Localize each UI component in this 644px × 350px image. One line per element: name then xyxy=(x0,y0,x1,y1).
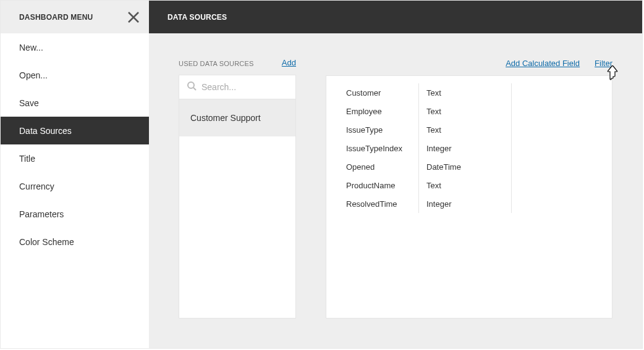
sidebar-item-parameters[interactable]: Parameters xyxy=(1,200,149,228)
fields-panel: Add Calculated Field Filter CustomerEmpl… xyxy=(326,58,612,319)
sidebar-item-title[interactable]: Title xyxy=(1,144,149,172)
add-data-source-link[interactable]: Add xyxy=(282,58,296,67)
sidebar: DASHBOARD MENU New...Open...SaveData Sou… xyxy=(1,1,149,348)
field-type: Text xyxy=(426,83,511,102)
data-sources-title: USED DATA SOURCES xyxy=(179,60,254,67)
add-calculated-field-link[interactable]: Add Calculated Field xyxy=(506,59,580,68)
svg-point-2 xyxy=(188,82,194,88)
sidebar-item-currency[interactable]: Currency xyxy=(1,172,149,200)
page-title: DATA SOURCES xyxy=(167,13,227,22)
close-icon[interactable] xyxy=(127,10,140,24)
data-sources-list: Customer Support xyxy=(179,99,296,319)
field-types-column: TextTextTextIntegerDateTimeTextInteger xyxy=(419,83,512,213)
field-name[interactable]: Customer xyxy=(346,83,418,102)
field-names-column: CustomerEmployeeIssueTypeIssueTypeIndexO… xyxy=(326,83,419,213)
search-input[interactable] xyxy=(201,82,310,92)
field-type: Integer xyxy=(426,139,511,157)
data-source-item[interactable]: Customer Support xyxy=(179,99,295,136)
topbar: DATA SOURCES xyxy=(149,1,642,33)
fields-box: CustomerEmployeeIssueTypeIssueTypeIndexO… xyxy=(326,75,612,319)
fields-header: Add Calculated Field Filter xyxy=(326,58,612,68)
sidebar-item-open[interactable]: Open... xyxy=(1,61,149,89)
field-type: Text xyxy=(426,102,511,120)
field-name[interactable]: ProductName xyxy=(346,176,418,194)
field-name[interactable]: Opened xyxy=(346,157,418,176)
search-box[interactable] xyxy=(179,75,296,99)
sidebar-item-color-scheme[interactable]: Color Scheme xyxy=(1,228,149,256)
field-type: Integer xyxy=(426,194,511,213)
svg-line-3 xyxy=(193,88,196,90)
sidebar-menu: New...Open...SaveData SourcesTitleCurren… xyxy=(1,33,149,256)
content: USED DATA SOURCES Add Customer Support xyxy=(149,33,642,348)
search-icon xyxy=(187,81,197,93)
data-sources-panel: USED DATA SOURCES Add Customer Support xyxy=(179,58,296,319)
field-type: Text xyxy=(426,176,511,194)
main: DATA SOURCES USED DATA SOURCES Add xyxy=(149,1,642,348)
sidebar-item-save[interactable]: Save xyxy=(1,89,149,117)
field-type: DateTime xyxy=(426,157,511,176)
field-name[interactable]: Employee xyxy=(346,102,418,120)
sidebar-item-data-sources[interactable]: Data Sources xyxy=(1,117,149,144)
field-name[interactable]: ResolvedTime xyxy=(346,194,418,213)
field-name[interactable]: IssueType xyxy=(346,120,418,139)
field-type: Text xyxy=(426,120,511,139)
filter-link[interactable]: Filter xyxy=(595,59,612,68)
sidebar-title: DASHBOARD MENU xyxy=(19,13,93,22)
field-name[interactable]: IssueTypeIndex xyxy=(346,139,418,157)
data-sources-header: USED DATA SOURCES Add xyxy=(179,58,296,67)
sidebar-header: DASHBOARD MENU xyxy=(1,1,149,33)
sidebar-item-new[interactable]: New... xyxy=(1,33,149,61)
